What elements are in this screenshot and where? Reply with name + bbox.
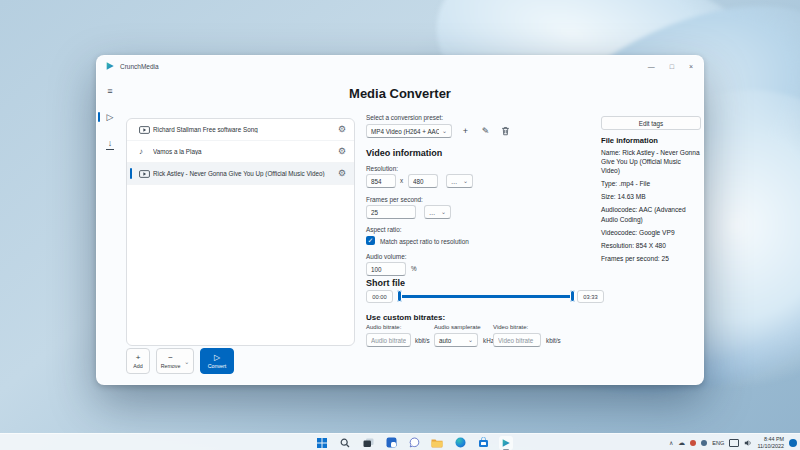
plus-icon: + xyxy=(463,126,468,136)
action-bar: + Add − Remove ⌄ ▷ Convert xyxy=(126,348,234,374)
chat-icon xyxy=(409,437,420,448)
media-converter-app-icon xyxy=(501,438,511,448)
nav-rail: ≡ ▷ ↓ xyxy=(97,76,123,384)
windows-logo-icon xyxy=(317,438,327,448)
resolution-width-input[interactable] xyxy=(366,174,396,188)
edit-preset-button[interactable]: ✎ xyxy=(479,124,492,137)
tray-chevron-up-icon[interactable]: ∧ xyxy=(669,440,673,446)
menu-button[interactable]: ≡ xyxy=(101,82,119,100)
file-explorer-button[interactable] xyxy=(430,436,444,450)
audio-bitrate-unit: kbit/s xyxy=(415,337,430,344)
trim-slider-track[interactable] xyxy=(400,295,573,298)
task-view-button[interactable] xyxy=(361,436,375,450)
hamburger-icon: ≡ xyxy=(107,86,112,96)
aspect-ratio-checkbox[interactable]: ✓ xyxy=(366,236,375,245)
file-settings-gear-icon[interactable]: ⚙ xyxy=(338,147,346,156)
file-info-type: Type: .mp4 - File xyxy=(601,179,701,188)
plus-icon: + xyxy=(136,354,141,362)
video-bitrate-input[interactable] xyxy=(493,333,541,347)
video-bitrate-label: Video bitrate: xyxy=(493,324,528,330)
selection-indicator xyxy=(130,168,132,179)
video-file-icon xyxy=(139,170,153,178)
remove-button[interactable]: − Remove ⌄ xyxy=(156,348,194,374)
video-info-heading: Video information xyxy=(366,148,442,158)
add-preset-button[interactable]: + xyxy=(459,124,472,137)
convert-nav-icon: ▷ xyxy=(107,112,114,122)
trim-slider-end-handle[interactable] xyxy=(570,290,575,302)
chat-button[interactable] xyxy=(407,436,421,450)
app-logo-icon xyxy=(105,61,115,71)
close-button[interactable]: × xyxy=(689,63,693,70)
audio-file-icon: ♪ xyxy=(139,147,153,156)
bitrates-heading: Use custom bitrates: xyxy=(366,313,445,322)
clock[interactable]: 8:44 PM 11/10/2022 xyxy=(757,436,784,448)
fps-label: Frames per second: xyxy=(366,196,423,203)
audio-samplerate-dropdown[interactable]: auto ⌄ xyxy=(434,333,478,347)
resolution-height-input[interactable] xyxy=(408,174,438,188)
video-file-icon xyxy=(139,126,153,134)
tray-app-icon-2[interactable] xyxy=(701,440,707,446)
trash-icon xyxy=(501,126,510,136)
play-icon: ▷ xyxy=(214,354,220,362)
audio-bitrate-input[interactable] xyxy=(366,333,411,347)
add-label: Add xyxy=(133,363,142,369)
convert-label: Convert xyxy=(208,363,227,369)
start-button[interactable] xyxy=(315,436,329,450)
fps-input[interactable] xyxy=(366,205,416,219)
ellipsis-icon: … xyxy=(451,178,457,185)
edit-tags-button[interactable]: Edit tags xyxy=(601,116,701,130)
add-button[interactable]: + Add xyxy=(126,348,150,374)
audio-volume-input[interactable] xyxy=(366,262,406,276)
file-row-2-selected[interactable]: Rick Astley - Never Gonna Give You Up (O… xyxy=(127,163,354,185)
media-converter-app-button[interactable] xyxy=(499,436,513,450)
file-settings-gear-icon[interactable]: ⚙ xyxy=(338,125,346,134)
widgets-button[interactable] xyxy=(384,436,398,450)
file-settings-gear-icon[interactable]: ⚙ xyxy=(338,169,346,178)
edge-browser-button[interactable] xyxy=(453,436,467,450)
audio-bitrate-label: Audio bitrate: xyxy=(366,324,401,330)
fps-preset-dropdown[interactable]: … ⌄ xyxy=(424,205,451,219)
video-bitrate-unit: kbit/s xyxy=(546,337,561,344)
nav-item-convert[interactable]: ▷ xyxy=(101,108,119,126)
audio-volume-label: Audio volume: xyxy=(366,253,407,260)
search-button[interactable] xyxy=(338,436,352,450)
file-name: Rick Astley - Never Gonna Give You Up (O… xyxy=(153,170,338,177)
convert-button[interactable]: ▷ Convert xyxy=(200,348,234,374)
file-info-fps: Frames per second: 25 xyxy=(601,254,701,263)
file-row-1[interactable]: ♪ Vamos a la Playa ⚙ xyxy=(127,141,354,163)
notification-badge[interactable] xyxy=(789,439,797,447)
preset-label: Select a conversion preset: xyxy=(366,114,443,121)
titlebar[interactable]: CrunchMedia — □ × xyxy=(97,56,703,76)
file-row-0[interactable]: Richard Stallman Free software Song ⚙ xyxy=(127,119,354,141)
preset-dropdown[interactable]: MP4 Video (H264 + AAC) ⌄ xyxy=(366,124,452,138)
delete-preset-button[interactable] xyxy=(499,124,512,137)
trim-slider-start-handle[interactable] xyxy=(397,290,402,302)
language-indicator[interactable]: ENG xyxy=(712,440,724,446)
ellipsis-icon: … xyxy=(429,209,435,216)
file-info-videocodec: Videocodec: Google VP9 xyxy=(601,228,701,237)
preset-value: MP4 Video (H264 + AAC) xyxy=(371,128,439,135)
window-title: CrunchMedia xyxy=(120,63,159,70)
desktop: CrunchMedia — □ × Media Converter ≡ ▷ ↓ xyxy=(0,0,800,450)
aspect-ratio-label: Aspect ratio: xyxy=(366,226,402,233)
file-explorer-icon xyxy=(431,438,443,448)
minimize-button[interactable]: — xyxy=(648,63,655,70)
nav-item-download[interactable]: ↓ xyxy=(101,134,119,152)
touch-keyboard-icon[interactable] xyxy=(729,439,739,447)
tray-app-icon-1[interactable] xyxy=(690,440,696,446)
edge-icon xyxy=(455,437,466,448)
resolution-preset-dropdown[interactable]: … ⌄ xyxy=(446,174,473,188)
trim-start-value[interactable]: 00:00 xyxy=(366,290,393,303)
resolution-label: Resolution: xyxy=(366,165,398,172)
app-window: CrunchMedia — □ × Media Converter ≡ ▷ ↓ xyxy=(96,55,704,385)
page-title: Media Converter xyxy=(97,86,703,101)
file-name: Richard Stallman Free software Song xyxy=(153,126,338,133)
volume-icon[interactable] xyxy=(744,439,752,447)
onedrive-cloud-icon[interactable]: ☁ xyxy=(678,439,685,446)
trim-end-value[interactable]: 03:33 xyxy=(577,290,604,303)
maximize-button[interactable]: □ xyxy=(670,63,674,70)
remove-split-chevron-icon[interactable]: ⌄ xyxy=(184,358,189,365)
download-icon: ↓ xyxy=(108,139,113,148)
store-button[interactable] xyxy=(476,436,490,450)
file-list: Richard Stallman Free software Song ⚙ ♪ … xyxy=(126,118,355,346)
